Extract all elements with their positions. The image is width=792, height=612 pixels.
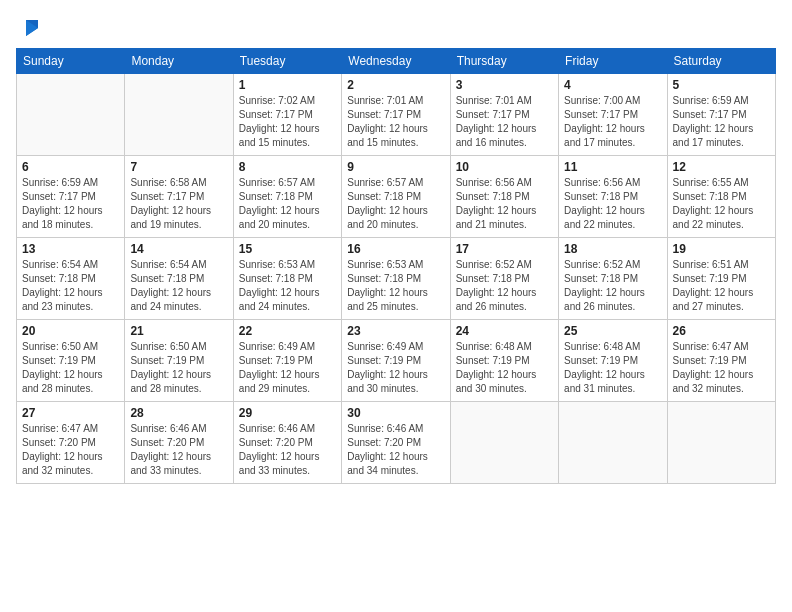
calendar-cell: 15Sunrise: 6:53 AMSunset: 7:18 PMDayligh… xyxy=(233,238,341,320)
page: SundayMondayTuesdayWednesdayThursdayFrid… xyxy=(0,0,792,612)
calendar-cell: 3Sunrise: 7:01 AMSunset: 7:17 PMDaylight… xyxy=(450,74,558,156)
day-number: 20 xyxy=(22,324,119,338)
calendar-cell: 30Sunrise: 6:46 AMSunset: 7:20 PMDayligh… xyxy=(342,402,450,484)
day-info: Sunrise: 6:51 AMSunset: 7:19 PMDaylight:… xyxy=(673,258,770,314)
calendar-cell: 9Sunrise: 6:57 AMSunset: 7:18 PMDaylight… xyxy=(342,156,450,238)
day-info: Sunrise: 6:58 AMSunset: 7:17 PMDaylight:… xyxy=(130,176,227,232)
day-info: Sunrise: 6:50 AMSunset: 7:19 PMDaylight:… xyxy=(22,340,119,396)
day-info: Sunrise: 6:52 AMSunset: 7:18 PMDaylight:… xyxy=(456,258,553,314)
logo-icon xyxy=(18,16,40,38)
day-number: 6 xyxy=(22,160,119,174)
calendar-cell: 18Sunrise: 6:52 AMSunset: 7:18 PMDayligh… xyxy=(559,238,667,320)
day-number: 14 xyxy=(130,242,227,256)
calendar-cell: 12Sunrise: 6:55 AMSunset: 7:18 PMDayligh… xyxy=(667,156,775,238)
day-number: 30 xyxy=(347,406,444,420)
calendar-cell: 6Sunrise: 6:59 AMSunset: 7:17 PMDaylight… xyxy=(17,156,125,238)
day-number: 7 xyxy=(130,160,227,174)
calendar-cell: 2Sunrise: 7:01 AMSunset: 7:17 PMDaylight… xyxy=(342,74,450,156)
logo xyxy=(16,16,40,38)
day-number: 16 xyxy=(347,242,444,256)
day-info: Sunrise: 6:49 AMSunset: 7:19 PMDaylight:… xyxy=(239,340,336,396)
calendar-cell xyxy=(559,402,667,484)
day-info: Sunrise: 6:57 AMSunset: 7:18 PMDaylight:… xyxy=(239,176,336,232)
day-info: Sunrise: 6:53 AMSunset: 7:18 PMDaylight:… xyxy=(347,258,444,314)
day-number: 19 xyxy=(673,242,770,256)
calendar-header-thursday: Thursday xyxy=(450,49,558,74)
calendar-cell: 26Sunrise: 6:47 AMSunset: 7:19 PMDayligh… xyxy=(667,320,775,402)
day-number: 29 xyxy=(239,406,336,420)
day-info: Sunrise: 6:47 AMSunset: 7:20 PMDaylight:… xyxy=(22,422,119,478)
calendar-cell xyxy=(125,74,233,156)
day-info: Sunrise: 6:48 AMSunset: 7:19 PMDaylight:… xyxy=(456,340,553,396)
day-number: 26 xyxy=(673,324,770,338)
day-number: 11 xyxy=(564,160,661,174)
calendar-cell xyxy=(450,402,558,484)
day-info: Sunrise: 6:57 AMSunset: 7:18 PMDaylight:… xyxy=(347,176,444,232)
day-number: 21 xyxy=(130,324,227,338)
day-number: 4 xyxy=(564,78,661,92)
calendar-header-wednesday: Wednesday xyxy=(342,49,450,74)
day-number: 1 xyxy=(239,78,336,92)
day-number: 12 xyxy=(673,160,770,174)
calendar-cell: 14Sunrise: 6:54 AMSunset: 7:18 PMDayligh… xyxy=(125,238,233,320)
day-info: Sunrise: 7:01 AMSunset: 7:17 PMDaylight:… xyxy=(347,94,444,150)
calendar-cell: 8Sunrise: 6:57 AMSunset: 7:18 PMDaylight… xyxy=(233,156,341,238)
day-number: 9 xyxy=(347,160,444,174)
day-info: Sunrise: 6:46 AMSunset: 7:20 PMDaylight:… xyxy=(239,422,336,478)
day-info: Sunrise: 6:54 AMSunset: 7:18 PMDaylight:… xyxy=(22,258,119,314)
calendar-cell: 27Sunrise: 6:47 AMSunset: 7:20 PMDayligh… xyxy=(17,402,125,484)
calendar-cell: 11Sunrise: 6:56 AMSunset: 7:18 PMDayligh… xyxy=(559,156,667,238)
calendar-header-sunday: Sunday xyxy=(17,49,125,74)
day-info: Sunrise: 6:48 AMSunset: 7:19 PMDaylight:… xyxy=(564,340,661,396)
calendar-cell: 29Sunrise: 6:46 AMSunset: 7:20 PMDayligh… xyxy=(233,402,341,484)
day-number: 18 xyxy=(564,242,661,256)
day-number: 23 xyxy=(347,324,444,338)
day-info: Sunrise: 6:59 AMSunset: 7:17 PMDaylight:… xyxy=(673,94,770,150)
calendar-cell: 20Sunrise: 6:50 AMSunset: 7:19 PMDayligh… xyxy=(17,320,125,402)
day-info: Sunrise: 6:49 AMSunset: 7:19 PMDaylight:… xyxy=(347,340,444,396)
day-number: 2 xyxy=(347,78,444,92)
calendar-header-monday: Monday xyxy=(125,49,233,74)
day-number: 25 xyxy=(564,324,661,338)
day-info: Sunrise: 7:00 AMSunset: 7:17 PMDaylight:… xyxy=(564,94,661,150)
day-info: Sunrise: 6:54 AMSunset: 7:18 PMDaylight:… xyxy=(130,258,227,314)
day-number: 22 xyxy=(239,324,336,338)
calendar-cell: 22Sunrise: 6:49 AMSunset: 7:19 PMDayligh… xyxy=(233,320,341,402)
calendar-cell: 21Sunrise: 6:50 AMSunset: 7:19 PMDayligh… xyxy=(125,320,233,402)
day-info: Sunrise: 6:59 AMSunset: 7:17 PMDaylight:… xyxy=(22,176,119,232)
calendar-cell: 4Sunrise: 7:00 AMSunset: 7:17 PMDaylight… xyxy=(559,74,667,156)
calendar-cell xyxy=(667,402,775,484)
day-info: Sunrise: 6:46 AMSunset: 7:20 PMDaylight:… xyxy=(347,422,444,478)
day-number: 13 xyxy=(22,242,119,256)
calendar-header-row: SundayMondayTuesdayWednesdayThursdayFrid… xyxy=(17,49,776,74)
calendar-cell: 5Sunrise: 6:59 AMSunset: 7:17 PMDaylight… xyxy=(667,74,775,156)
calendar-cell: 16Sunrise: 6:53 AMSunset: 7:18 PMDayligh… xyxy=(342,238,450,320)
calendar-cell xyxy=(17,74,125,156)
calendar-cell: 23Sunrise: 6:49 AMSunset: 7:19 PMDayligh… xyxy=(342,320,450,402)
day-number: 8 xyxy=(239,160,336,174)
calendar-cell: 7Sunrise: 6:58 AMSunset: 7:17 PMDaylight… xyxy=(125,156,233,238)
day-number: 15 xyxy=(239,242,336,256)
day-info: Sunrise: 6:56 AMSunset: 7:18 PMDaylight:… xyxy=(456,176,553,232)
day-number: 27 xyxy=(22,406,119,420)
day-number: 24 xyxy=(456,324,553,338)
calendar-header-friday: Friday xyxy=(559,49,667,74)
calendar-cell: 17Sunrise: 6:52 AMSunset: 7:18 PMDayligh… xyxy=(450,238,558,320)
day-info: Sunrise: 6:46 AMSunset: 7:20 PMDaylight:… xyxy=(130,422,227,478)
day-info: Sunrise: 6:47 AMSunset: 7:19 PMDaylight:… xyxy=(673,340,770,396)
day-number: 10 xyxy=(456,160,553,174)
day-info: Sunrise: 7:01 AMSunset: 7:17 PMDaylight:… xyxy=(456,94,553,150)
day-number: 28 xyxy=(130,406,227,420)
day-info: Sunrise: 7:02 AMSunset: 7:17 PMDaylight:… xyxy=(239,94,336,150)
day-info: Sunrise: 6:56 AMSunset: 7:18 PMDaylight:… xyxy=(564,176,661,232)
calendar-cell: 10Sunrise: 6:56 AMSunset: 7:18 PMDayligh… xyxy=(450,156,558,238)
calendar-cell: 13Sunrise: 6:54 AMSunset: 7:18 PMDayligh… xyxy=(17,238,125,320)
day-number: 3 xyxy=(456,78,553,92)
day-info: Sunrise: 6:52 AMSunset: 7:18 PMDaylight:… xyxy=(564,258,661,314)
calendar-table: SundayMondayTuesdayWednesdayThursdayFrid… xyxy=(16,48,776,484)
calendar-cell: 1Sunrise: 7:02 AMSunset: 7:17 PMDaylight… xyxy=(233,74,341,156)
header xyxy=(16,16,776,38)
day-number: 5 xyxy=(673,78,770,92)
calendar-cell: 28Sunrise: 6:46 AMSunset: 7:20 PMDayligh… xyxy=(125,402,233,484)
day-info: Sunrise: 6:55 AMSunset: 7:18 PMDaylight:… xyxy=(673,176,770,232)
